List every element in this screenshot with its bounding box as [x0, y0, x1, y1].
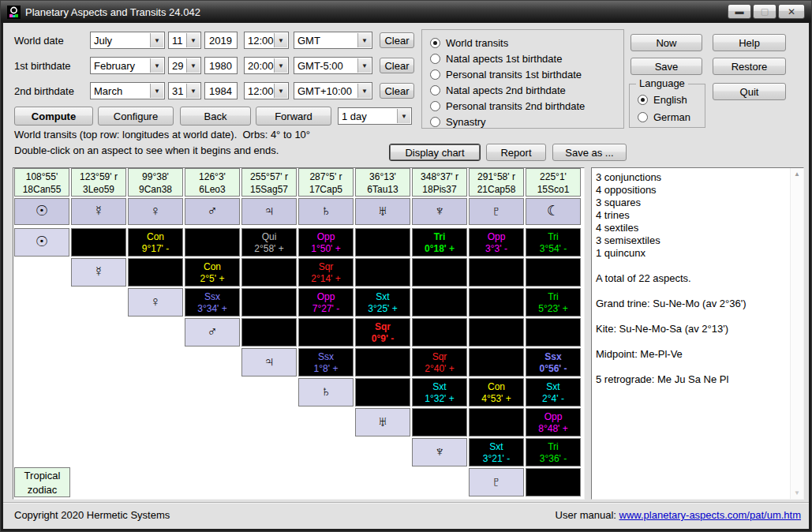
world-date-time-dropdown[interactable]: 12:00▼ — [244, 32, 289, 49]
configure-button[interactable]: Configure — [98, 107, 174, 126]
aspect-cell-saturn-neptune[interactable]: Sxt1°32' + — [412, 378, 467, 406]
aspect-cell-mars-uranus[interactable]: Sqr0°9' - — [355, 318, 410, 347]
second-birthdate-clear-button[interactable]: Clear — [380, 83, 414, 99]
second-birthdate-day-dropdown[interactable]: 31▼ — [168, 82, 201, 99]
report-button[interactable]: Report — [486, 144, 546, 161]
aspect-cell-sun-saturn[interactable]: Opp1°50' + — [298, 228, 354, 257]
now-button[interactable]: Now — [631, 34, 702, 51]
user-manual-link[interactable]: www.planetary-aspects.com/pat/um.htm — [619, 509, 801, 521]
radio-icon[interactable] — [430, 69, 440, 80]
world-date-month-dropdown[interactable]: July▼ — [90, 32, 165, 49]
aspect-cell-venus-moon[interactable]: Tri5°23' + — [526, 288, 581, 317]
world-date-day-dropdown[interactable]: 11▼ — [168, 32, 201, 49]
compute-button[interactable]: Compute — [14, 107, 93, 126]
back-button[interactable]: Back — [180, 107, 251, 126]
chevron-down-icon[interactable]: ▼ — [150, 33, 163, 47]
aspect-cell-neptune-moon[interactable]: Tri3°36' - — [526, 438, 581, 466]
scroll-down-icon[interactable]: ▼ — [791, 489, 803, 496]
world-date-clear-button[interactable]: Clear — [380, 32, 414, 48]
chevron-down-icon[interactable]: ▼ — [186, 33, 200, 47]
language-option-english[interactable]: English — [638, 93, 687, 106]
minimize-button[interactable]: ▬ — [728, 4, 751, 19]
chevron-down-icon[interactable]: ▼ — [186, 58, 200, 73]
scroll-up-icon[interactable]: ▲ — [791, 170, 803, 178]
mode-option-personal-transits-2nd-birthdate[interactable]: Personal transits 2nd birthdate — [430, 99, 585, 112]
aspect-cell-sun-neptune[interactable]: Tri0°18' + — [412, 228, 467, 257]
world-date-year-field[interactable]: 2019 — [204, 32, 238, 49]
chevron-down-icon[interactable]: ▼ — [357, 84, 371, 98]
mode-option-natal-apects-2nd-birthdate[interactable]: Natal apects 2nd birthdate — [430, 84, 566, 96]
mode-option-natal-apects-1st-birthdate[interactable]: Natal apects 1st birthdate — [430, 52, 562, 65]
aspect-cell-saturn-moon[interactable]: Sxt2°4' - — [526, 378, 581, 406]
help-button[interactable]: Help — [713, 34, 786, 51]
aspect-type: Opp — [299, 231, 353, 243]
second-birthdate-timezone-dropdown[interactable]: GMT+10:00▼ — [294, 82, 372, 99]
aspect-cell-jupiter-neptune[interactable]: Sqr2°40' + — [412, 348, 467, 377]
language-option-german[interactable]: German — [638, 111, 690, 123]
radio-icon[interactable] — [638, 95, 648, 105]
chevron-down-icon[interactable]: ▼ — [274, 33, 287, 47]
quit-button[interactable]: Quit — [713, 83, 786, 100]
radio-icon[interactable] — [430, 54, 440, 64]
aspect-orb: 2°40' + — [413, 363, 466, 375]
forward-button[interactable]: Forward — [256, 107, 331, 126]
mode-option-synastry[interactable]: Synastry — [430, 115, 486, 128]
chevron-down-icon[interactable]: ▼ — [357, 33, 371, 47]
first-birthdate-clear-button[interactable]: Clear — [380, 58, 414, 73]
aspect-cell-jupiter-moon[interactable]: Ssx0°56' - — [526, 348, 581, 377]
radio-icon[interactable] — [430, 117, 440, 127]
second-birthdate-time-dropdown[interactable]: 12:00▼ — [244, 82, 289, 99]
world-date-timezone-dropdown[interactable]: GMT▼ — [294, 32, 372, 49]
aspect-cell-mercury-mars[interactable]: Con2°5' + — [185, 258, 240, 287]
aspect-cell-sun-venus[interactable]: Con9°17' - — [128, 228, 183, 257]
first-birthdate-month-dropdown[interactable]: February▼ — [90, 57, 165, 74]
planet-longitude: 287°5' r — [299, 170, 353, 183]
aspect-cell-sun-moon[interactable]: Tri3°54' - — [526, 228, 581, 257]
aspect-cell-venus-saturn[interactable]: Opp7°27' - — [298, 288, 354, 317]
save-button[interactable]: Save — [631, 58, 702, 75]
chevron-down-icon[interactable]: ▼ — [397, 109, 410, 123]
mode-option-personal-transits-1st-birthdate[interactable]: Personal transits 1st birthdate — [430, 68, 582, 81]
aspect-cell-jupiter-saturn[interactable]: Ssx1°8' + — [298, 348, 354, 377]
chevron-down-icon[interactable]: ▼ — [274, 58, 287, 73]
second-birthdate-year-field[interactable]: 1984 — [204, 82, 238, 99]
aspect-type: Sqr — [356, 321, 410, 333]
radio-icon[interactable] — [430, 85, 440, 96]
aspect-cell-venus-uranus[interactable]: Sxt3°25' + — [355, 288, 410, 317]
planet-symbol-sun: ☉ — [14, 198, 69, 225]
second-birthdate-month-dropdown[interactable]: March▼ — [90, 82, 165, 99]
aspect-cell-sun-jupiter[interactable]: Qui2°58' + — [241, 228, 297, 257]
first-birthdate-timezone-dropdown[interactable]: GMT-5:00▼ — [294, 57, 372, 74]
display-chart-button[interactable]: Display chart — [389, 144, 481, 161]
aspect-cell-sun-pluto[interactable]: Opp3°3' - — [469, 228, 524, 257]
aspect-cell-neptune-pluto[interactable]: Sxt3°21' - — [469, 438, 524, 466]
first-birthdate-year-field[interactable]: 1980 — [204, 57, 238, 74]
chevron-down-icon[interactable]: ▼ — [150, 84, 163, 98]
aspect-cell-venus-mars[interactable]: Ssx3°34' + — [185, 288, 240, 317]
save-as-button[interactable]: Save as ... — [552, 144, 627, 161]
radio-icon[interactable] — [430, 38, 440, 48]
first-birthdate-timezone-dropdown-value: GMT-5:00 — [297, 60, 343, 72]
aspect-cell-saturn-pluto[interactable]: Con4°53' + — [469, 378, 524, 406]
orbs-info-text: World transits (top row: longitudes at w… — [14, 129, 310, 140]
radio-icon[interactable] — [638, 112, 648, 122]
first-birthdate-time-dropdown[interactable]: 20:00▼ — [244, 57, 289, 74]
aspect-cell-mercury-saturn[interactable]: Sqr2°14' + — [298, 258, 354, 287]
maximize-button[interactable]: ▢ — [753, 4, 776, 19]
chevron-down-icon[interactable]: ▼ — [274, 84, 287, 98]
aspect-cell-uranus-pluto — [469, 408, 524, 436]
first-birthdate-day-dropdown[interactable]: 29▼ — [168, 57, 201, 74]
title-bar[interactable]: Planetary Aspects and Transits 24.042 ▬ … — [1, 1, 811, 23]
planet-longitude: 123°59' r — [72, 170, 125, 183]
summary-scrollbar[interactable]: ▲ ▼ — [790, 168, 803, 499]
step-dropdown[interactable]: 1 day ▼ — [338, 107, 412, 125]
mode-option-world-transits[interactable]: World transits — [430, 36, 508, 49]
chevron-down-icon[interactable]: ▼ — [186, 84, 200, 98]
aspect-cell-uranus-moon[interactable]: Opp8°48' + — [526, 408, 581, 436]
restore-button[interactable]: Restore — [713, 58, 786, 75]
close-button[interactable]: ✕ — [778, 4, 805, 19]
aspect-type: Con — [470, 381, 523, 393]
chevron-down-icon[interactable]: ▼ — [357, 58, 371, 73]
radio-icon[interactable] — [430, 101, 440, 111]
chevron-down-icon[interactable]: ▼ — [150, 58, 163, 73]
